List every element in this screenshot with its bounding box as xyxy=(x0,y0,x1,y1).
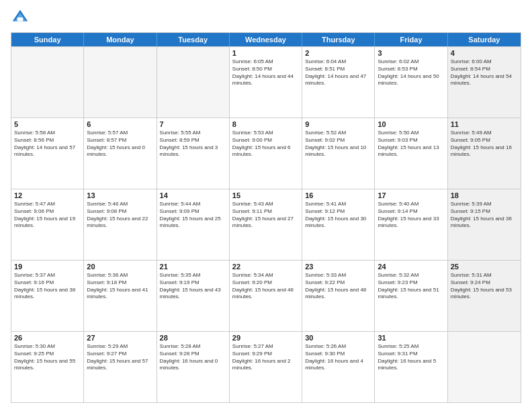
calendar-cell: 6Sunrise: 5:57 AMSunset: 8:57 PMDaylight… xyxy=(84,118,157,189)
day-info: Sunrise: 5:57 AMSunset: 8:57 PMDaylight:… xyxy=(87,130,153,158)
calendar-cell: 21Sunrise: 5:35 AMSunset: 9:19 PMDayligh… xyxy=(157,261,230,331)
calendar-cell: 10Sunrise: 5:50 AMSunset: 9:03 PMDayligh… xyxy=(375,118,447,189)
day-info: Sunrise: 5:34 AMSunset: 9:20 PMDaylight:… xyxy=(232,272,299,301)
calendar-cell: 19Sunrise: 5:37 AMSunset: 9:16 PMDayligh… xyxy=(11,261,84,331)
day-number: 31 xyxy=(378,334,444,342)
calendar-cell: 24Sunrise: 5:32 AMSunset: 9:23 PMDayligh… xyxy=(375,261,447,331)
day-info: Sunrise: 5:39 AMSunset: 9:15 PMDaylight:… xyxy=(451,201,518,230)
day-info: Sunrise: 5:44 AMSunset: 9:09 PMDaylight:… xyxy=(160,201,226,230)
calendar-cell: 18Sunrise: 5:39 AMSunset: 9:15 PMDayligh… xyxy=(448,189,521,260)
calendar-cell: 15Sunrise: 5:43 AMSunset: 9:11 PMDayligh… xyxy=(230,189,302,260)
calendar-row-4: 19Sunrise: 5:37 AMSunset: 9:16 PMDayligh… xyxy=(11,260,521,331)
day-number: 19 xyxy=(14,263,81,271)
day-info: Sunrise: 5:32 AMSunset: 9:23 PMDaylight:… xyxy=(378,272,444,301)
day-info: Sunrise: 5:43 AMSunset: 9:11 PMDaylight:… xyxy=(232,201,299,230)
calendar-cell: 7Sunrise: 5:55 AMSunset: 8:59 PMDaylight… xyxy=(157,118,230,189)
calendar-cell: 16Sunrise: 5:41 AMSunset: 9:12 PMDayligh… xyxy=(302,189,375,260)
svg-rect-3 xyxy=(17,17,23,21)
day-number: 18 xyxy=(451,191,518,199)
day-number: 21 xyxy=(160,263,226,271)
calendar-cell: 23Sunrise: 5:33 AMSunset: 9:22 PMDayligh… xyxy=(302,261,375,331)
day-number: 9 xyxy=(305,120,371,128)
day-info: Sunrise: 5:47 AMSunset: 9:06 PMDaylight:… xyxy=(14,201,81,230)
calendar-cell: 5Sunrise: 5:58 AMSunset: 8:56 PMDaylight… xyxy=(11,118,84,189)
day-number: 16 xyxy=(305,191,371,199)
day-info: Sunrise: 5:49 AMSunset: 9:05 PMDaylight:… xyxy=(451,130,518,158)
day-header-tuesday: Tuesday xyxy=(157,33,230,46)
calendar-row-1: 1Sunrise: 6:05 AMSunset: 8:50 PMDaylight… xyxy=(11,46,521,118)
day-info: Sunrise: 5:40 AMSunset: 9:14 PMDaylight:… xyxy=(378,201,444,230)
day-number: 22 xyxy=(232,263,299,271)
calendar-cell: 17Sunrise: 5:40 AMSunset: 9:14 PMDayligh… xyxy=(375,189,447,260)
day-number: 25 xyxy=(451,263,518,271)
day-number: 26 xyxy=(14,334,81,342)
calendar-cell: 14Sunrise: 5:44 AMSunset: 9:09 PMDayligh… xyxy=(157,189,230,260)
day-info: Sunrise: 6:00 AMSunset: 8:54 PMDaylight:… xyxy=(451,58,518,87)
day-number: 1 xyxy=(232,49,299,57)
day-info: Sunrise: 6:05 AMSunset: 8:50 PMDaylight:… xyxy=(232,58,299,87)
calendar-cell: 30Sunrise: 5:26 AMSunset: 9:30 PMDayligh… xyxy=(302,332,375,402)
calendar-cell: 13Sunrise: 5:46 AMSunset: 9:08 PMDayligh… xyxy=(84,189,157,260)
logo-icon xyxy=(11,8,30,27)
day-info: Sunrise: 5:33 AMSunset: 9:22 PMDaylight:… xyxy=(305,272,371,301)
day-number: 5 xyxy=(14,120,81,128)
day-number: 17 xyxy=(378,191,444,199)
day-header-thursday: Thursday xyxy=(302,33,375,46)
day-info: Sunrise: 5:37 AMSunset: 9:16 PMDaylight:… xyxy=(14,272,81,301)
day-number: 7 xyxy=(160,120,226,128)
calendar-cell: 20Sunrise: 5:36 AMSunset: 9:18 PMDayligh… xyxy=(84,261,157,331)
day-header-monday: Monday xyxy=(84,33,157,46)
day-info: Sunrise: 5:30 AMSunset: 9:25 PMDaylight:… xyxy=(14,343,81,372)
day-info: Sunrise: 6:02 AMSunset: 8:53 PMDaylight:… xyxy=(378,58,444,87)
day-info: Sunrise: 5:29 AMSunset: 9:27 PMDaylight:… xyxy=(87,343,153,372)
day-header-friday: Friday xyxy=(375,33,447,46)
day-info: Sunrise: 5:26 AMSunset: 9:30 PMDaylight:… xyxy=(305,343,371,372)
calendar-cell xyxy=(448,332,521,402)
page: SundayMondayTuesdayWednesdayThursdayFrid… xyxy=(0,0,532,411)
calendar-cell: 2Sunrise: 6:04 AMSunset: 8:51 PMDaylight… xyxy=(302,47,375,118)
day-number: 6 xyxy=(87,120,153,128)
day-info: Sunrise: 5:53 AMSunset: 9:00 PMDaylight:… xyxy=(232,130,299,158)
day-number: 15 xyxy=(232,191,299,199)
day-number: 20 xyxy=(87,263,153,271)
calendar-body: 1Sunrise: 6:05 AMSunset: 8:50 PMDaylight… xyxy=(11,46,521,402)
day-number: 23 xyxy=(305,263,371,271)
day-header-wednesday: Wednesday xyxy=(230,33,302,46)
day-info: Sunrise: 5:50 AMSunset: 9:03 PMDaylight:… xyxy=(378,130,444,158)
day-info: Sunrise: 5:52 AMSunset: 9:02 PMDaylight:… xyxy=(305,130,371,158)
calendar-cell: 11Sunrise: 5:49 AMSunset: 9:05 PMDayligh… xyxy=(448,118,521,189)
calendar-row-2: 5Sunrise: 5:58 AMSunset: 8:56 PMDaylight… xyxy=(11,118,521,189)
calendar-cell: 8Sunrise: 5:53 AMSunset: 9:00 PMDaylight… xyxy=(230,118,302,189)
day-number: 29 xyxy=(232,334,299,342)
calendar-cell: 26Sunrise: 5:30 AMSunset: 9:25 PMDayligh… xyxy=(11,332,84,402)
day-number: 11 xyxy=(451,120,518,128)
day-number: 10 xyxy=(378,120,444,128)
calendar-cell: 4Sunrise: 6:00 AMSunset: 8:54 PMDaylight… xyxy=(448,47,521,118)
day-number: 24 xyxy=(378,263,444,271)
calendar: SundayMondayTuesdayWednesdayThursdayFrid… xyxy=(11,32,521,403)
calendar-cell: 22Sunrise: 5:34 AMSunset: 9:20 PMDayligh… xyxy=(230,261,302,331)
day-info: Sunrise: 5:46 AMSunset: 9:08 PMDaylight:… xyxy=(87,201,153,230)
calendar-cell: 27Sunrise: 5:29 AMSunset: 9:27 PMDayligh… xyxy=(84,332,157,402)
calendar-cell: 29Sunrise: 5:27 AMSunset: 9:29 PMDayligh… xyxy=(230,332,302,402)
day-info: Sunrise: 5:25 AMSunset: 9:31 PMDaylight:… xyxy=(378,343,444,372)
day-info: Sunrise: 5:27 AMSunset: 9:29 PMDaylight:… xyxy=(232,343,299,372)
header xyxy=(11,8,521,27)
day-header-sunday: Sunday xyxy=(11,33,84,46)
day-number: 12 xyxy=(14,191,81,199)
calendar-cell: 28Sunrise: 5:28 AMSunset: 9:28 PMDayligh… xyxy=(157,332,230,402)
day-info: Sunrise: 5:55 AMSunset: 8:59 PMDaylight:… xyxy=(160,130,226,158)
day-info: Sunrise: 5:41 AMSunset: 9:12 PMDaylight:… xyxy=(305,201,371,230)
calendar-cell xyxy=(157,47,230,118)
day-number: 8 xyxy=(232,120,299,128)
calendar-cell: 31Sunrise: 5:25 AMSunset: 9:31 PMDayligh… xyxy=(375,332,447,402)
day-number: 3 xyxy=(378,49,444,57)
day-header-saturday: Saturday xyxy=(448,33,521,46)
day-number: 13 xyxy=(87,191,153,199)
day-info: Sunrise: 6:04 AMSunset: 8:51 PMDaylight:… xyxy=(305,58,371,87)
day-info: Sunrise: 5:36 AMSunset: 9:18 PMDaylight:… xyxy=(87,272,153,301)
calendar-cell: 12Sunrise: 5:47 AMSunset: 9:06 PMDayligh… xyxy=(11,189,84,260)
calendar-row-5: 26Sunrise: 5:30 AMSunset: 9:25 PMDayligh… xyxy=(11,331,521,402)
calendar-row-3: 12Sunrise: 5:47 AMSunset: 9:06 PMDayligh… xyxy=(11,189,521,260)
day-number: 4 xyxy=(451,49,518,57)
